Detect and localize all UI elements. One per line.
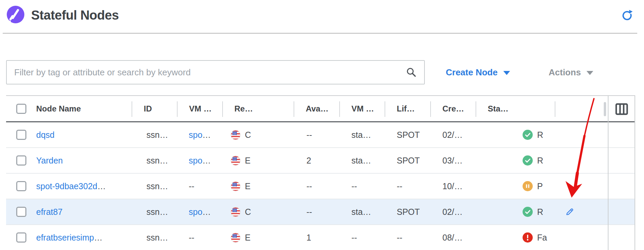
vm-name-value: --	[189, 181, 194, 191]
select-all-checkbox[interactable]	[16, 104, 26, 114]
vm-name-value: --	[189, 233, 194, 243]
status-label: P	[537, 181, 543, 191]
lifecycle-value: --	[397, 181, 402, 191]
column-header-created[interactable]: Cre…	[430, 96, 476, 121]
column-header-vm-size[interactable]: VM …	[339, 96, 385, 121]
status-paused-icon	[523, 181, 533, 191]
us-flag-icon	[231, 156, 240, 166]
availability-value: --	[306, 130, 312, 140]
column-header-lifecycle[interactable]: Lif…	[385, 96, 430, 121]
table-vertical-divider	[608, 96, 608, 250]
vm-size-value: sta…	[351, 130, 371, 140]
created-value: 08/…	[442, 233, 463, 243]
availability-value: 2	[306, 156, 311, 166]
us-flag-icon	[231, 207, 240, 217]
node-id: ssn…	[146, 156, 168, 166]
vm-name-link[interactable]: spo	[189, 130, 202, 140]
filter-wrap	[6, 60, 425, 84]
lifecycle-value: SPOT	[397, 207, 420, 217]
status-label: Fa	[537, 233, 547, 243]
node-id: ssn…	[146, 181, 168, 191]
availability-value: 1	[306, 233, 311, 243]
pencil-icon[interactable]	[565, 207, 574, 217]
column-header-actions	[555, 96, 608, 121]
lifecycle-value: --	[397, 233, 402, 243]
spot-logo-icon	[7, 6, 24, 23]
row-checkbox[interactable]	[16, 207, 26, 217]
truncation-ellipsis: …	[202, 130, 211, 140]
status-label: R	[537, 207, 543, 217]
table-row[interactable]: Yardenssn…spo…E2sta…SPOT03/…R	[6, 148, 635, 174]
region-value: C	[245, 207, 251, 217]
region-value: C	[245, 130, 251, 140]
table-header-row: Node Name ID VM … Re… Ava… VM … Lif… Cre…	[6, 96, 635, 122]
column-header-vm-name[interactable]: VM …	[177, 96, 222, 121]
row-checkbox[interactable]	[16, 130, 26, 140]
created-value: 03/…	[442, 156, 463, 166]
region-value: E	[245, 156, 251, 166]
us-flag-icon	[231, 130, 240, 140]
scrollbar-thumb[interactable]	[604, 102, 606, 116]
table-row[interactable]: spot-9dbae302d…ssn…--E------10/…P	[6, 174, 635, 199]
row-checkbox[interactable]	[16, 155, 26, 166]
column-header-region[interactable]: Re…	[222, 96, 294, 121]
status-running-icon	[523, 130, 533, 140]
table-row[interactable]: dqsdssn…spo…C--sta…SPOT02/…R	[6, 122, 635, 148]
table-body: dqsdssn…spo…C--sta…SPOT02/…RYardenssn…sp…	[6, 122, 635, 250]
columns-icon[interactable]	[615, 103, 628, 115]
vm-size-value: --	[351, 181, 357, 191]
lifecycle-value: SPOT	[397, 156, 420, 166]
table-row[interactable]: efratbseriesimp…ssn…--E1----08/…Fa	[6, 225, 635, 250]
stateful-nodes-table: Node Name ID VM … Re… Ava… VM … Lif… Cre…	[6, 95, 635, 250]
refresh-icon[interactable]	[621, 9, 634, 22]
availability-value: --	[306, 181, 312, 191]
node-name-link[interactable]: efratbseriesimp	[36, 233, 94, 243]
us-flag-icon	[231, 233, 240, 243]
truncation-ellipsis: …	[97, 181, 106, 191]
filter-input[interactable]	[6, 60, 425, 84]
vm-name-link[interactable]: spo	[189, 207, 202, 217]
column-header-status[interactable]: Sta…	[476, 96, 555, 121]
caret-down-icon	[503, 71, 510, 75]
column-header-id[interactable]: ID	[132, 96, 177, 121]
table-row[interactable]: efrat87ssn…spo…C--sta…SPOT02/…R	[6, 199, 635, 225]
created-value: 02/…	[442, 130, 463, 140]
actions-label: Actions	[549, 67, 581, 78]
vm-name-link[interactable]: spo	[189, 156, 202, 166]
caret-down-icon	[586, 71, 593, 75]
create-node-label: Create Node	[446, 67, 498, 78]
node-id: ssn…	[146, 233, 168, 243]
node-name-link[interactable]: spot-9dbae302d	[36, 181, 97, 191]
vm-size-value: sta…	[351, 156, 371, 166]
header-divider	[3, 33, 637, 34]
node-name-link[interactable]: Yarden	[36, 156, 63, 166]
row-checkbox[interactable]	[16, 232, 26, 243]
column-header-node-name[interactable]: Node Name	[36, 96, 132, 121]
availability-value: --	[306, 207, 312, 217]
truncation-ellipsis: …	[202, 207, 211, 217]
region-value: E	[245, 233, 251, 243]
status-running-icon	[523, 207, 533, 217]
status-label: R	[537, 156, 543, 166]
node-name-link[interactable]: dqsd	[36, 130, 54, 140]
vm-size-value: --	[351, 233, 357, 243]
created-value: 10/…	[442, 181, 463, 191]
column-header-availability[interactable]: Ava…	[294, 96, 339, 121]
us-flag-icon	[231, 181, 240, 191]
lifecycle-value: SPOT	[397, 130, 420, 140]
row-checkbox[interactable]	[16, 181, 26, 191]
node-id: ssn…	[146, 207, 168, 217]
node-id: ssn…	[146, 130, 168, 140]
node-name-link[interactable]: efrat87	[36, 207, 63, 217]
vm-size-value: sta…	[351, 207, 371, 217]
truncation-ellipsis: …	[202, 156, 211, 166]
created-value: 02/…	[442, 207, 463, 217]
actions-button[interactable]: Actions	[549, 60, 593, 84]
create-node-button[interactable]: Create Node	[446, 60, 510, 84]
status-failed-icon	[523, 232, 533, 243]
truncation-ellipsis: …	[94, 233, 102, 243]
page-title: Stateful Nodes	[31, 8, 119, 23]
search-icon	[406, 67, 417, 78]
page-header: Stateful Nodes	[0, 0, 644, 34]
status-label: R	[537, 130, 543, 140]
